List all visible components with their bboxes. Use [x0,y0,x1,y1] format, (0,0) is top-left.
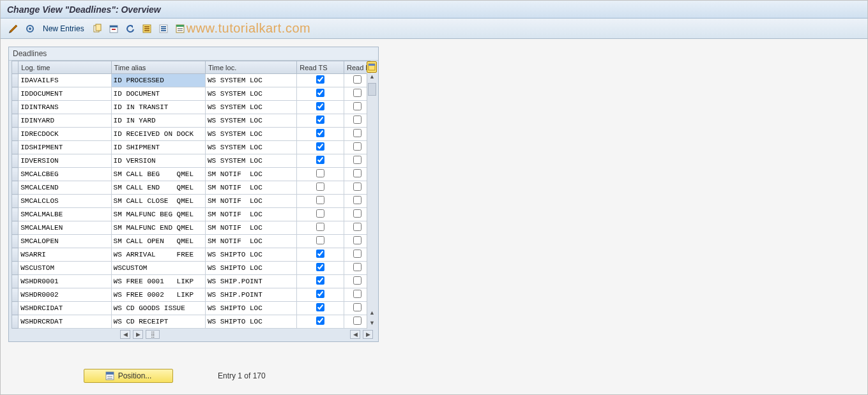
input-alias[interactable] [112,208,205,221]
checkbox-readts[interactable] [316,129,324,137]
row-selector[interactable] [12,288,19,302]
input-alias[interactable] [112,275,205,288]
input-alias[interactable] [112,101,205,114]
input-alias[interactable] [112,141,205,154]
hscroll-left-arrow[interactable]: ◀ [120,330,130,339]
checkbox-readts[interactable] [316,209,324,218]
position-button[interactable]: Position... [84,369,173,383]
input-alias[interactable] [112,235,205,248]
input-logtime[interactable] [19,195,110,207]
row-selector[interactable] [12,248,19,262]
checkbox-readts[interactable] [316,89,324,97]
hscroll-right-arrow-2[interactable]: ▶ [363,330,373,339]
other-view-icon[interactable] [24,22,36,35]
checkbox-readi[interactable] [353,290,362,298]
input-loc[interactable] [206,275,296,288]
checkbox-readts[interactable] [316,116,324,124]
input-alias[interactable] [112,288,205,301]
input-loc[interactable] [206,302,296,315]
row-selector[interactable] [12,181,19,195]
checkbox-readi[interactable] [353,236,362,244]
input-alias[interactable] [112,221,205,234]
hscroll-left-arrow-2[interactable]: ◀ [350,330,360,339]
row-selector[interactable] [12,275,19,288]
checkbox-readi[interactable] [353,75,362,84]
input-loc[interactable] [206,128,296,140]
input-alias[interactable] [112,315,205,328]
input-logtime[interactable] [19,154,110,167]
input-loc[interactable] [206,181,296,194]
input-loc[interactable] [206,262,296,274]
delete-entries-icon[interactable] [107,22,120,35]
row-selector[interactable] [12,114,19,128]
row-selector[interactable] [12,128,19,141]
select-all-icon[interactable] [141,22,153,35]
checkbox-readi[interactable] [353,102,362,110]
row-selector[interactable] [12,315,19,329]
checkbox-readts[interactable] [316,263,324,271]
checkbox-readi[interactable] [353,89,362,97]
checkbox-readts[interactable] [316,276,324,285]
input-logtime[interactable] [19,262,110,274]
input-alias[interactable] [112,262,205,274]
checkbox-readi[interactable] [353,303,362,311]
scroll-up-arrow[interactable]: ▲ [367,73,377,82]
input-alias[interactable] [112,114,205,127]
input-loc[interactable] [206,248,296,261]
col-header-logtime[interactable]: Log. time [19,61,111,74]
row-selector[interactable] [12,168,19,181]
row-selector[interactable] [12,154,19,168]
checkbox-readts[interactable] [316,196,324,204]
row-selector[interactable] [12,221,19,235]
hscroll-right-arrow[interactable]: ▶ [133,330,143,339]
new-entries-button[interactable]: New Entries [43,24,84,33]
checkbox-readi[interactable] [353,116,362,124]
row-selector[interactable] [12,87,19,101]
input-logtime[interactable] [19,128,110,140]
checkbox-readi[interactable] [353,209,362,218]
input-logtime[interactable] [19,101,110,114]
input-alias[interactable] [112,168,205,181]
checkbox-readts[interactable] [316,303,324,311]
input-alias[interactable] [112,181,205,194]
vertical-scrollbar[interactable]: ▲ ▲ ▼ [367,73,377,329]
checkbox-readts[interactable] [316,317,324,325]
input-loc[interactable] [206,315,296,328]
row-selector[interactable] [12,235,19,248]
input-logtime[interactable] [19,288,110,301]
undo-change-icon[interactable] [124,22,137,35]
row-selector[interactable] [12,141,19,154]
input-loc[interactable] [206,221,296,234]
checkbox-readts[interactable] [316,183,324,191]
input-loc[interactable] [206,168,296,181]
checkbox-readts[interactable] [316,102,324,110]
row-selector[interactable] [12,101,19,114]
input-logtime[interactable] [19,248,110,261]
checkbox-readts[interactable] [316,223,324,231]
input-logtime[interactable] [19,275,110,288]
input-logtime[interactable] [19,87,110,100]
input-logtime[interactable] [19,315,110,328]
checkbox-readts[interactable] [316,156,324,164]
input-logtime[interactable] [19,302,110,315]
row-selector[interactable] [12,74,19,87]
input-logtime[interactable] [19,114,110,127]
row-selector-header[interactable] [12,61,19,74]
input-logtime[interactable] [19,141,110,154]
input-alias[interactable] [112,74,205,87]
checkbox-readi[interactable] [353,276,362,285]
scroll-thumb[interactable] [368,83,376,96]
copy-entries-icon[interactable] [91,22,103,35]
checkbox-readts[interactable] [316,250,324,258]
input-alias[interactable] [112,87,205,100]
input-alias[interactable] [112,195,205,207]
input-loc[interactable] [206,195,296,207]
checkbox-readi[interactable] [353,183,362,191]
toggle-change-icon[interactable] [7,22,20,35]
row-selector[interactable] [12,208,19,221]
row-selector[interactable] [12,262,19,275]
print-icon[interactable] [174,22,187,35]
checkbox-readi[interactable] [353,250,362,258]
input-logtime[interactable] [19,208,110,221]
input-logtime[interactable] [19,168,110,181]
